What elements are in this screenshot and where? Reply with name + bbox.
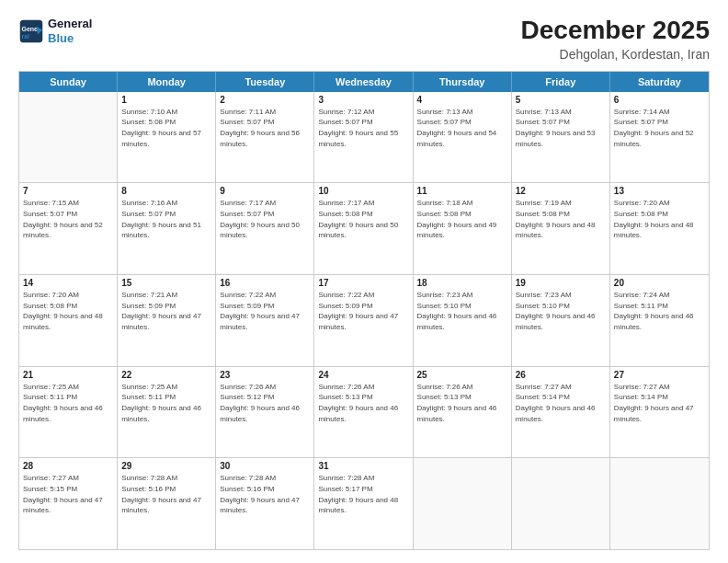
day-info: Sunrise: 7:21 AM Sunset: 5:09 PM Dayligh… <box>121 290 211 332</box>
day-number: 29 <box>121 461 211 471</box>
day-number: 10 <box>318 186 408 196</box>
calendar-cell-2: 2Sunrise: 7:11 AM Sunset: 5:07 PM Daylig… <box>216 92 314 183</box>
day-number: 16 <box>220 278 310 288</box>
day-number: 1 <box>121 95 211 105</box>
day-info: Sunrise: 7:27 AM Sunset: 5:14 PM Dayligh… <box>516 382 606 424</box>
calendar-cell-1: 1Sunrise: 7:10 AM Sunset: 5:08 PM Daylig… <box>118 92 216 183</box>
calendar-cell-empty <box>610 458 709 549</box>
calendar-cell-empty <box>19 92 118 183</box>
day-info: Sunrise: 7:16 AM Sunset: 5:07 PM Dayligh… <box>121 198 211 240</box>
calendar-cell-30: 30Sunrise: 7:28 AM Sunset: 5:16 PM Dayli… <box>216 458 314 549</box>
calendar-cell-21: 21Sunrise: 7:25 AM Sunset: 5:11 PM Dayli… <box>19 367 118 458</box>
day-info: Sunrise: 7:15 AM Sunset: 5:07 PM Dayligh… <box>23 198 113 240</box>
calendar-header: SundayMondayTuesdayWednesdayThursdayFrid… <box>19 72 709 92</box>
calendar-row-4: 21Sunrise: 7:25 AM Sunset: 5:11 PM Dayli… <box>19 366 709 458</box>
weekday-header-friday: Friday <box>512 72 610 92</box>
day-number: 26 <box>516 370 606 380</box>
calendar-cell-29: 29Sunrise: 7:28 AM Sunset: 5:16 PM Dayli… <box>118 458 216 549</box>
svg-text:Gene: Gene <box>22 26 39 32</box>
day-number: 27 <box>614 370 705 380</box>
day-number: 6 <box>614 95 705 105</box>
calendar-cell-20: 20Sunrise: 7:24 AM Sunset: 5:11 PM Dayli… <box>610 275 709 366</box>
calendar-cell-14: 14Sunrise: 7:20 AM Sunset: 5:08 PM Dayli… <box>19 275 118 366</box>
day-info: Sunrise: 7:28 AM Sunset: 5:16 PM Dayligh… <box>220 473 310 515</box>
calendar-cell-4: 4Sunrise: 7:13 AM Sunset: 5:07 PM Daylig… <box>414 92 512 183</box>
calendar-row-5: 28Sunrise: 7:27 AM Sunset: 5:15 PM Dayli… <box>19 457 709 549</box>
logo: Gene ral General Blue <box>18 17 92 45</box>
day-info: Sunrise: 7:11 AM Sunset: 5:07 PM Dayligh… <box>220 107 310 149</box>
calendar-cell-6: 6Sunrise: 7:14 AM Sunset: 5:07 PM Daylig… <box>610 92 709 183</box>
calendar-cell-empty <box>414 458 512 549</box>
day-number: 17 <box>318 278 408 288</box>
day-number: 28 <box>23 461 113 471</box>
day-info: Sunrise: 7:24 AM Sunset: 5:11 PM Dayligh… <box>614 290 705 332</box>
svg-text:ral: ral <box>22 32 30 39</box>
day-info: Sunrise: 7:26 AM Sunset: 5:13 PM Dayligh… <box>417 382 507 424</box>
day-info: Sunrise: 7:17 AM Sunset: 5:08 PM Dayligh… <box>318 198 408 240</box>
calendar-cell-19: 19Sunrise: 7:23 AM Sunset: 5:10 PM Dayli… <box>512 275 610 366</box>
calendar-cell-7: 7Sunrise: 7:15 AM Sunset: 5:07 PM Daylig… <box>19 183 118 274</box>
day-number: 21 <box>23 370 113 380</box>
day-info: Sunrise: 7:13 AM Sunset: 5:07 PM Dayligh… <box>516 107 606 149</box>
day-info: Sunrise: 7:17 AM Sunset: 5:07 PM Dayligh… <box>220 198 310 240</box>
weekday-header-sunday: Sunday <box>19 72 118 92</box>
calendar-cell-18: 18Sunrise: 7:23 AM Sunset: 5:10 PM Dayli… <box>414 275 512 366</box>
day-info: Sunrise: 7:23 AM Sunset: 5:10 PM Dayligh… <box>417 290 507 332</box>
calendar-cell-25: 25Sunrise: 7:26 AM Sunset: 5:13 PM Dayli… <box>414 367 512 458</box>
day-info: Sunrise: 7:10 AM Sunset: 5:08 PM Dayligh… <box>121 107 211 149</box>
day-number: 15 <box>121 278 211 288</box>
weekday-header-tuesday: Tuesday <box>216 72 314 92</box>
day-number: 19 <box>516 278 606 288</box>
day-info: Sunrise: 7:22 AM Sunset: 5:09 PM Dayligh… <box>318 290 408 332</box>
day-info: Sunrise: 7:19 AM Sunset: 5:08 PM Dayligh… <box>516 198 606 240</box>
day-number: 24 <box>318 370 408 380</box>
calendar-body: 1Sunrise: 7:10 AM Sunset: 5:08 PM Daylig… <box>19 92 709 549</box>
calendar: SundayMondayTuesdayWednesdayThursdayFrid… <box>18 71 710 550</box>
logo-line1: General <box>48 17 92 31</box>
day-number: 18 <box>417 278 507 288</box>
calendar-cell-15: 15Sunrise: 7:21 AM Sunset: 5:09 PM Dayli… <box>118 275 216 366</box>
day-number: 8 <box>121 186 211 196</box>
calendar-cell-22: 22Sunrise: 7:25 AM Sunset: 5:11 PM Dayli… <box>118 367 216 458</box>
calendar-cell-8: 8Sunrise: 7:16 AM Sunset: 5:07 PM Daylig… <box>118 183 216 274</box>
calendar-cell-24: 24Sunrise: 7:26 AM Sunset: 5:13 PM Dayli… <box>314 367 413 458</box>
calendar-cell-28: 28Sunrise: 7:27 AM Sunset: 5:15 PM Dayli… <box>19 458 118 549</box>
day-info: Sunrise: 7:18 AM Sunset: 5:08 PM Dayligh… <box>417 198 507 240</box>
day-info: Sunrise: 7:13 AM Sunset: 5:07 PM Dayligh… <box>417 107 507 149</box>
day-info: Sunrise: 7:27 AM Sunset: 5:14 PM Dayligh… <box>614 382 705 424</box>
calendar-row-2: 7Sunrise: 7:15 AM Sunset: 5:07 PM Daylig… <box>19 182 709 274</box>
day-info: Sunrise: 7:26 AM Sunset: 5:12 PM Dayligh… <box>220 382 310 424</box>
calendar-cell-23: 23Sunrise: 7:26 AM Sunset: 5:12 PM Dayli… <box>216 367 314 458</box>
day-number: 3 <box>318 95 408 105</box>
day-number: 11 <box>417 186 507 196</box>
day-info: Sunrise: 7:14 AM Sunset: 5:07 PM Dayligh… <box>614 107 705 149</box>
calendar-cell-13: 13Sunrise: 7:20 AM Sunset: 5:08 PM Dayli… <box>610 183 709 274</box>
calendar-cell-9: 9Sunrise: 7:17 AM Sunset: 5:07 PM Daylig… <box>216 183 314 274</box>
day-number: 14 <box>23 278 113 288</box>
day-number: 23 <box>220 370 310 380</box>
calendar-cell-empty <box>512 458 610 549</box>
day-number: 4 <box>417 95 507 105</box>
weekday-header-saturday: Saturday <box>610 72 709 92</box>
logo-line2: Blue <box>48 31 92 46</box>
calendar-cell-17: 17Sunrise: 7:22 AM Sunset: 5:09 PM Dayli… <box>314 275 413 366</box>
calendar-cell-27: 27Sunrise: 7:27 AM Sunset: 5:14 PM Dayli… <box>610 367 709 458</box>
calendar-cell-3: 3Sunrise: 7:12 AM Sunset: 5:07 PM Daylig… <box>314 92 413 183</box>
weekday-header-wednesday: Wednesday <box>314 72 413 92</box>
day-number: 31 <box>318 461 408 471</box>
weekday-header-monday: Monday <box>118 72 216 92</box>
weekday-header-thursday: Thursday <box>414 72 512 92</box>
calendar-cell-5: 5Sunrise: 7:13 AM Sunset: 5:07 PM Daylig… <box>512 92 610 183</box>
day-number: 22 <box>121 370 211 380</box>
day-number: 2 <box>220 95 310 105</box>
calendar-cell-26: 26Sunrise: 7:27 AM Sunset: 5:14 PM Dayli… <box>512 367 610 458</box>
day-number: 5 <box>516 95 606 105</box>
month-title: December 2025 <box>521 17 710 45</box>
day-info: Sunrise: 7:26 AM Sunset: 5:13 PM Dayligh… <box>318 382 408 424</box>
day-info: Sunrise: 7:28 AM Sunset: 5:17 PM Dayligh… <box>318 473 408 515</box>
location-title: Dehgolan, Kordestan, Iran <box>521 47 710 62</box>
day-number: 25 <box>417 370 507 380</box>
day-info: Sunrise: 7:22 AM Sunset: 5:09 PM Dayligh… <box>220 290 310 332</box>
calendar-cell-31: 31Sunrise: 7:28 AM Sunset: 5:17 PM Dayli… <box>314 458 413 549</box>
day-number: 30 <box>220 461 310 471</box>
